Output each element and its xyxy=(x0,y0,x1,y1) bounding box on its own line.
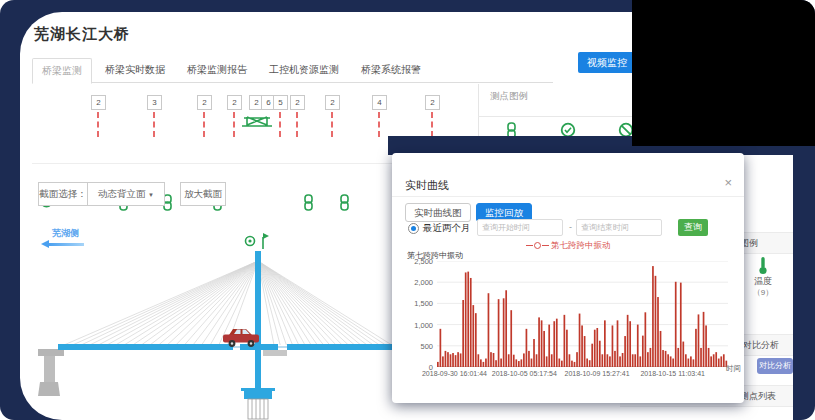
modal-title: 实时曲线 xyxy=(405,178,449,193)
main-tab-bar: 桥梁监测桥梁实时数据桥梁监测报告工控机资源监测桥梁系统报警 xyxy=(32,57,553,83)
y-axis-tick: 1,000 xyxy=(392,321,433,330)
tower-piles xyxy=(248,399,268,419)
y-axis-tick: 500 xyxy=(392,342,433,351)
chevron-down-icon: ▼ xyxy=(148,192,154,198)
bridge-cables xyxy=(64,261,392,345)
main-tab-2[interactable]: 桥梁监测报告 xyxy=(178,58,256,82)
page-title: 芜湖长江大桥 xyxy=(34,25,130,44)
x-axis-tick: 2018-10-09 15:27:41 xyxy=(555,370,639,377)
blank-video-panel xyxy=(632,0,815,146)
link-icon[interactable] xyxy=(302,194,315,215)
close-icon[interactable]: × xyxy=(724,175,732,190)
section-select-dropdown[interactable]: 动态背立面 ▼ xyxy=(87,182,165,206)
section-select-label: 截面选择： xyxy=(38,182,88,206)
main-tab-1[interactable]: 桥梁实时数据 xyxy=(96,58,174,82)
divider xyxy=(478,84,479,142)
x-axis-tick: 2018-10-15 11:03:41 xyxy=(631,370,715,377)
zoom-section-button[interactable]: 放大截面 xyxy=(180,182,226,206)
legend-label: 第七跨跨中振动 xyxy=(551,240,611,250)
sensor-point-badge[interactable]: 4 xyxy=(372,95,387,137)
bridge-icon[interactable] xyxy=(240,112,274,133)
sensor-point-badge[interactable]: 2 xyxy=(290,95,305,137)
query-button[interactable]: 查询 xyxy=(678,219,708,236)
legend-panel-title: 测点图例 xyxy=(490,90,528,103)
bridge-deck xyxy=(58,344,394,350)
legend-line-icon xyxy=(542,245,549,246)
legend-line-icon xyxy=(526,245,533,246)
realtime-curve-modal: 实时曲线 × 实时曲线图 监控回放 最近两个月 - 查询 第七跨跨中振动 第七跨… xyxy=(392,153,744,403)
sensor-point-badge[interactable]: 5 xyxy=(273,95,288,137)
bridge-abutment xyxy=(38,349,64,396)
tab-realtime-curve[interactable]: 实时曲线图 xyxy=(405,203,471,222)
link-icon[interactable] xyxy=(338,194,351,215)
gps-sensor-icon[interactable] xyxy=(246,237,255,246)
radio-last-two-months[interactable] xyxy=(408,223,419,234)
sensor-point-badge[interactable]: 2 xyxy=(197,95,212,137)
divider xyxy=(478,116,632,117)
left-arrow-icon xyxy=(48,243,84,246)
deck-support xyxy=(263,350,287,356)
bridge-side-label: 芜湖侧 xyxy=(52,227,79,240)
y-axis-tick: 1,500 xyxy=(392,299,433,308)
x-axis-tick: 2018-10-05 05:17:54 xyxy=(482,370,566,377)
bridge-schematic: 芜湖侧 xyxy=(20,225,394,420)
divider xyxy=(392,196,744,197)
sensor-point-badge[interactable]: 3 xyxy=(147,95,162,137)
main-tab-0[interactable]: 桥梁监测 xyxy=(32,58,92,84)
query-end-time-input[interactable] xyxy=(576,219,662,236)
anemometer-sensor-icon[interactable] xyxy=(263,233,269,249)
temperature-count: （9） xyxy=(743,287,783,298)
sensor-point-badge[interactable]: 2 xyxy=(325,95,340,137)
sensor-point-badge[interactable]: 2 xyxy=(91,95,106,137)
video-monitor-button[interactable]: 视频监控 xyxy=(578,52,636,73)
main-tab-4[interactable]: 桥梁系统报警 xyxy=(352,58,430,82)
x-axis-title: 时间 xyxy=(726,364,741,374)
y-axis-tick: 2,000 xyxy=(392,278,433,287)
vibration-chart xyxy=(437,261,728,367)
y-axis-tick: 2,500 xyxy=(392,257,433,266)
section-select-value: 动态背立面 xyxy=(98,188,146,199)
main-tab-3[interactable]: 工控机资源监测 xyxy=(260,58,348,82)
query-start-time-input[interactable] xyxy=(477,219,563,236)
compare-analysis-button[interactable]: 对比分析 xyxy=(757,358,793,374)
app-background: 芜湖长江大桥 桥梁监测桥梁实时数据桥梁监测报告工控机资源监测桥梁系统报警 视频监… xyxy=(0,0,815,420)
legend-dot-icon xyxy=(534,242,541,249)
sensor-point-badge[interactable]: 2 xyxy=(425,95,440,137)
radio-label: 最近两个月 xyxy=(423,222,471,235)
sensor-row: 23222652242 xyxy=(20,92,480,142)
range-separator: - xyxy=(569,222,572,232)
